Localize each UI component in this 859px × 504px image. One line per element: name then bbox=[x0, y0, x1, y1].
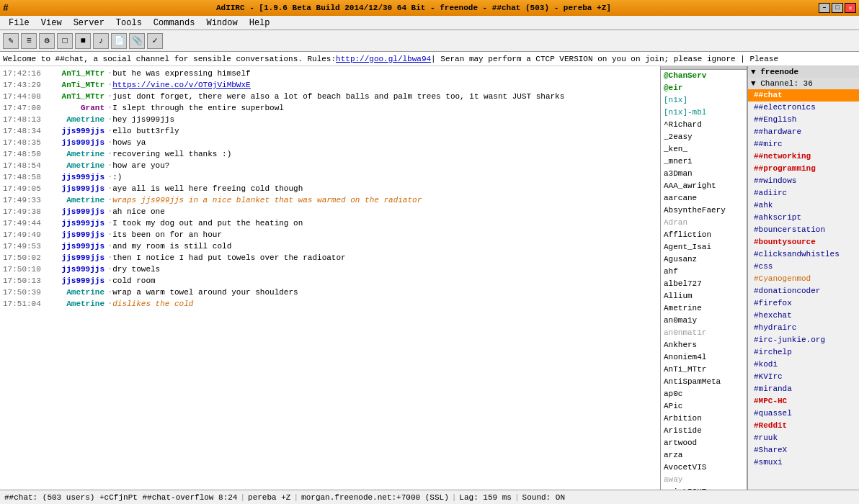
menu-item-file[interactable]: File bbox=[3, 17, 35, 30]
nick-label[interactable]: jjs999jjs bbox=[43, 229, 107, 240]
channel-item[interactable]: #hexchat bbox=[748, 310, 859, 322]
channel-item[interactable]: ##networking bbox=[748, 150, 859, 163]
user-item[interactable]: _ken_ bbox=[661, 143, 747, 156]
file-tool-button[interactable]: 📄 bbox=[111, 33, 127, 49]
menu-item-help[interactable]: Help bbox=[244, 17, 276, 30]
nick-label[interactable]: Ametrine bbox=[43, 160, 107, 171]
channel-item[interactable]: #ruuk bbox=[748, 432, 859, 444]
menu-item-view[interactable]: View bbox=[35, 17, 68, 30]
square2-tool-button[interactable]: ■ bbox=[75, 33, 91, 49]
user-item[interactable]: Affliction bbox=[661, 229, 747, 241]
channel-item[interactable]: #donationcoder bbox=[748, 285, 859, 297]
user-item[interactable]: AbsyntheFaery bbox=[661, 204, 747, 217]
user-item[interactable]: an0ma1y bbox=[661, 315, 747, 327]
channel-item[interactable]: ##electronics bbox=[748, 102, 859, 114]
nick-label[interactable]: jjs999jjs bbox=[43, 206, 107, 217]
nick-label[interactable]: jjs999jjs bbox=[43, 137, 107, 148]
nick-label[interactable]: jjs999jjs bbox=[43, 264, 107, 275]
gear-tool-button[interactable]: ⚙ bbox=[39, 33, 55, 49]
maximize-button[interactable]: □ bbox=[832, 3, 843, 13]
nick-label[interactable]: Ametrine bbox=[43, 114, 107, 125]
channel-item[interactable]: #quassel bbox=[748, 408, 859, 420]
nick-label[interactable]: jjs999jjs bbox=[43, 275, 107, 287]
channel-item[interactable]: #Reddit bbox=[748, 420, 859, 432]
nick-label[interactable]: Grant bbox=[43, 102, 107, 114]
user-item[interactable]: Ametrine bbox=[661, 302, 747, 315]
nick-label[interactable]: jjs999jjs bbox=[43, 171, 107, 183]
channel-item[interactable]: ##chat bbox=[748, 89, 859, 102]
user-item[interactable]: [n1x] bbox=[661, 94, 747, 107]
user-item[interactable]: arza bbox=[661, 449, 747, 462]
user-item[interactable]: Arbition bbox=[661, 413, 747, 425]
nick-label[interactable]: jjs999jjs bbox=[43, 252, 107, 264]
channel-item[interactable]: #clicksandwhistles bbox=[748, 248, 859, 261]
nick-label[interactable]: Ametrine bbox=[43, 287, 107, 298]
user-item[interactable]: Adran bbox=[661, 217, 747, 229]
channel-item[interactable]: #css bbox=[748, 261, 859, 273]
channel-item[interactable]: #ahkscript bbox=[748, 212, 859, 224]
nick-label[interactable]: AnTi_MTtr bbox=[43, 79, 107, 91]
user-item[interactable]: _2easy bbox=[661, 131, 747, 143]
user-item[interactable]: a3Dman bbox=[661, 168, 747, 180]
minimize-button[interactable]: – bbox=[819, 3, 830, 13]
edit-tool-button[interactable]: ✎ bbox=[3, 33, 19, 49]
channel-item[interactable]: #KVIrc bbox=[748, 371, 859, 383]
user-item[interactable]: Ankhers bbox=[661, 339, 747, 351]
channel-item[interactable]: #bouncerstation bbox=[748, 224, 859, 236]
nick-label[interactable]: Ametrine bbox=[43, 148, 107, 160]
channel-item[interactable]: #firefox bbox=[748, 297, 859, 310]
user-item[interactable]: AnTi_MTtr bbox=[661, 364, 747, 376]
channel-item[interactable]: #Cyanogenmod bbox=[748, 273, 859, 285]
user-item[interactable]: an0nmat1r bbox=[661, 327, 747, 339]
list-tool-button[interactable]: ≡ bbox=[21, 33, 37, 49]
channel-item[interactable]: #irc-junkie.org bbox=[748, 334, 859, 346]
user-item[interactable]: ^Richard bbox=[661, 119, 747, 131]
user-item[interactable]: Agusanz bbox=[661, 253, 747, 266]
channel-item[interactable]: #smuxi bbox=[748, 456, 859, 469]
user-item[interactable]: [n1x]-mbl bbox=[661, 107, 747, 119]
channel-item[interactable]: #miranda bbox=[748, 383, 859, 395]
tag-tool-button[interactable]: 📎 bbox=[129, 33, 145, 49]
nick-label[interactable]: jjs999jjs bbox=[43, 240, 107, 252]
nick-label[interactable]: AnTi_MTtr bbox=[43, 68, 107, 79]
check-tool-button[interactable]: ✓ bbox=[147, 33, 163, 49]
menu-item-server[interactable]: Server bbox=[68, 17, 110, 30]
user-item[interactable]: _mneri bbox=[661, 156, 747, 168]
user-item[interactable]: ahf bbox=[661, 266, 747, 278]
channel-item[interactable]: ##mirc bbox=[748, 138, 859, 150]
user-item[interactable]: Anoniem4l bbox=[661, 351, 747, 364]
channel-item[interactable]: ##English bbox=[748, 114, 859, 126]
user-item[interactable]: Allium bbox=[661, 290, 747, 302]
channel-item[interactable]: #ShareX bbox=[748, 444, 859, 456]
menu-item-tools[interactable]: Tools bbox=[110, 17, 148, 30]
user-item[interactable]: @eir bbox=[661, 82, 747, 94]
user-item[interactable]: away bbox=[661, 474, 747, 486]
square-tool-button[interactable]: □ bbox=[57, 33, 73, 49]
nick-label[interactable]: jjs999jjs bbox=[43, 183, 107, 194]
channel-item[interactable]: #adiirc bbox=[748, 187, 859, 199]
channel-item[interactable]: #hydrairc bbox=[748, 322, 859, 334]
channel-item[interactable]: #irchelp bbox=[748, 346, 859, 359]
user-item[interactable]: ap0c bbox=[661, 388, 747, 400]
user-item[interactable]: AAA_awright bbox=[661, 180, 747, 192]
user-item[interactable]: artwood bbox=[661, 437, 747, 449]
channel-item[interactable]: ##programming bbox=[748, 163, 859, 175]
infobar-link[interactable]: http://goo.gl/lbwa94 bbox=[336, 55, 431, 63]
user-item[interactable]: @ChanServ bbox=[661, 70, 747, 82]
user-item[interactable]: Aristide bbox=[661, 425, 747, 437]
nick-label[interactable]: Ametrine bbox=[43, 194, 107, 206]
channel-item[interactable]: #MPC-HC bbox=[748, 395, 859, 408]
user-item[interactable]: AvocetVIS bbox=[661, 462, 747, 474]
user-item[interactable]: AntiSpamMeta bbox=[661, 376, 747, 388]
channel-item[interactable]: #ahk bbox=[748, 199, 859, 212]
note-tool-button[interactable]: ♪ bbox=[93, 33, 109, 49]
chat-messages[interactable]: 17:42:16AnTi_MTtr · but he was expressin… bbox=[0, 66, 660, 490]
user-item[interactable]: Agent_Isai bbox=[661, 241, 747, 253]
nick-label[interactable]: jjs999jjs bbox=[43, 217, 107, 229]
user-item[interactable]: azizLIGHT bbox=[661, 486, 747, 490]
user-item[interactable]: APic bbox=[661, 400, 747, 413]
user-item[interactable]: albel727 bbox=[661, 278, 747, 290]
menu-item-window[interactable]: Window bbox=[200, 17, 243, 30]
nick-label[interactable]: jjs999jjs bbox=[43, 125, 107, 137]
user-item[interactable]: aarcane bbox=[661, 192, 747, 204]
